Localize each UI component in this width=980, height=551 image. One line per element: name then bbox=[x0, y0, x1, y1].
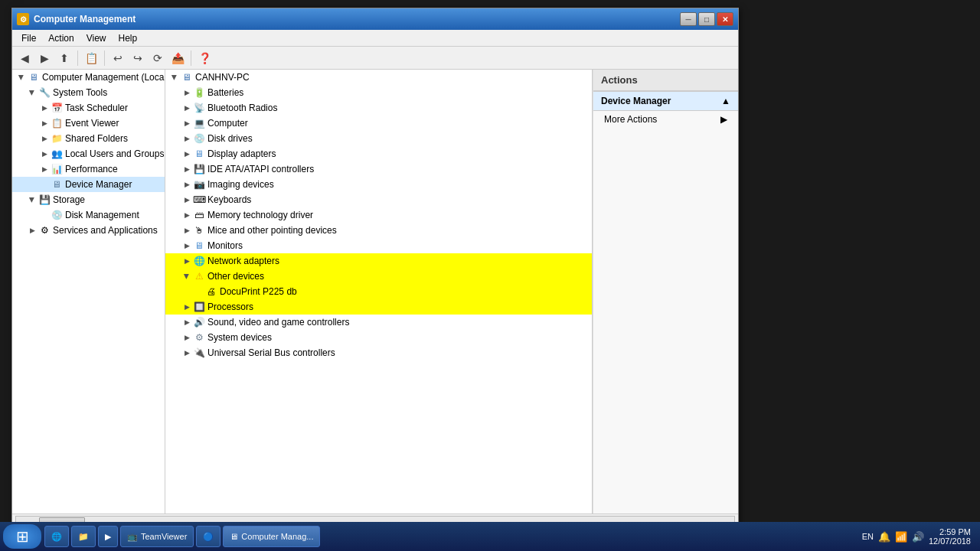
more-actions-label: More Actions bbox=[604, 114, 657, 125]
middle-display[interactable]: ▶ 🖥 Display adapters bbox=[165, 146, 592, 161]
other-devices-icon: ⚠ bbox=[193, 270, 205, 282]
taskbar-computer-mgmt[interactable]: 🖥 Computer Manag... bbox=[223, 526, 320, 547]
tree-root[interactable]: ▶ 🖥 Computer Management (Local) bbox=[12, 70, 165, 85]
undo-button[interactable]: ↩ bbox=[109, 49, 127, 67]
tree-performance[interactable]: ▶ 📊 Performance bbox=[12, 161, 165, 177]
locale-label: EN bbox=[862, 532, 874, 541]
middle-computer[interactable]: ▶ 💻 Computer bbox=[165, 116, 592, 131]
middle-sound[interactable]: ▶ 🔊 Sound, video and game controllers bbox=[165, 315, 592, 330]
services-icon: ⚙ bbox=[38, 224, 51, 236]
middle-imaging[interactable]: ▶ 📷 Imaging devices bbox=[165, 177, 592, 192]
taskbar-chrome[interactable]: 🔵 bbox=[196, 526, 220, 547]
taskbar-media[interactable]: ▶ bbox=[98, 526, 118, 547]
middle-system-devices[interactable]: ▶ ⚙ System devices bbox=[165, 330, 592, 345]
other-devices-label: Other devices bbox=[207, 271, 264, 282]
network-expand: ▶ bbox=[181, 255, 193, 267]
computer-icon: 💻 bbox=[193, 117, 205, 129]
taskbar-teamviewer[interactable]: 📺 TeamViewer bbox=[120, 526, 194, 547]
system-devices-icon: ⚙ bbox=[193, 331, 205, 344]
taskbar-explorer[interactable]: 📁 bbox=[71, 526, 96, 547]
middle-keyboards[interactable]: ▶ ⌨ Keyboards bbox=[165, 192, 592, 207]
tree-device-manager[interactable]: 🖥 Device Manager bbox=[12, 177, 165, 192]
taskbar: ⊞ 🌐 📁 ▶ 📺 TeamViewer 🔵 🖥 Computer Manag.… bbox=[0, 522, 980, 551]
forward-button[interactable]: ▶ bbox=[35, 49, 54, 67]
task-scheduler-label: Task Scheduler bbox=[65, 103, 128, 113]
middle-monitors[interactable]: ▶ 🖥 Monitors bbox=[165, 238, 592, 253]
tree-task-scheduler[interactable]: ▶ 📅 Task Scheduler bbox=[12, 100, 165, 116]
tree-local-users[interactable]: ▶ 👥 Local Users and Groups bbox=[12, 146, 165, 161]
batteries-label: Batteries bbox=[207, 87, 243, 98]
tree-disk-management[interactable]: 💿 Disk Management bbox=[12, 207, 165, 223]
explorer-icon: 📁 bbox=[78, 532, 89, 542]
computer-mgmt-label: Computer Manag... bbox=[241, 532, 313, 541]
start-button[interactable]: ⊞ bbox=[3, 524, 41, 549]
menu-file[interactable]: File bbox=[15, 31, 42, 45]
close-button[interactable]: ✕ bbox=[717, 12, 733, 26]
middle-pane: ▶ 🖥 CANHNV-PC ▶ 🔋 Batteries ▶ 📡 Bluetoot… bbox=[165, 70, 593, 514]
middle-memory[interactable]: ▶ 🗃 Memory technology driver bbox=[165, 207, 592, 223]
middle-docuprint[interactable]: 🖨 DocuPrint P225 db bbox=[165, 284, 592, 299]
menu-view[interactable]: View bbox=[80, 31, 113, 45]
disk-management-icon: 💿 bbox=[51, 209, 63, 221]
actions-more-actions[interactable]: More Actions ▶ bbox=[593, 111, 738, 128]
toolbar-sep-2 bbox=[104, 51, 105, 66]
menu-action[interactable]: Action bbox=[42, 31, 80, 45]
sound-icon: 🔊 bbox=[193, 316, 205, 328]
refresh-button[interactable]: ⟳ bbox=[149, 49, 167, 67]
monitors-label: Monitors bbox=[207, 240, 243, 251]
back-button[interactable]: ◀ bbox=[15, 49, 34, 67]
monitors-icon: 🖥 bbox=[193, 240, 205, 252]
performance-expand: ▶ bbox=[38, 163, 51, 175]
middle-usb[interactable]: ▶ 🔌 Universal Serial Bus controllers bbox=[165, 345, 592, 360]
mice-label: Mice and other pointing devices bbox=[207, 225, 337, 236]
device-manager-label: Device Manager bbox=[65, 179, 132, 190]
tree-event-viewer[interactable]: ▶ 📋 Event Viewer bbox=[12, 116, 165, 131]
redo-button[interactable]: ↪ bbox=[129, 49, 147, 67]
more-actions-arrow: ▶ bbox=[720, 114, 727, 125]
tree-system-tools[interactable]: ▶ 🔧 System Tools bbox=[12, 85, 165, 100]
taskbar-ie[interactable]: 🌐 bbox=[44, 526, 69, 547]
ie-icon: 🌐 bbox=[51, 532, 62, 542]
system-tools-label: System Tools bbox=[53, 87, 107, 98]
middle-network[interactable]: ▶ 🌐 Network adapters bbox=[165, 253, 592, 269]
middle-processors[interactable]: ▶ 🔲 Processors bbox=[165, 299, 592, 315]
processors-expand: ▶ bbox=[181, 301, 193, 313]
display-label: Display adapters bbox=[207, 148, 276, 159]
device-manager-icon: 🖥 bbox=[51, 178, 63, 191]
middle-ide[interactable]: ▶ 💾 IDE ATA/ATAPI controllers bbox=[165, 161, 592, 177]
middle-bluetooth[interactable]: ▶ 📡 Bluetooth Radios bbox=[165, 100, 592, 116]
middle-mice[interactable]: ▶ 🖱 Mice and other pointing devices bbox=[165, 223, 592, 238]
middle-root[interactable]: ▶ 🖥 CANHNV-PC bbox=[165, 70, 592, 85]
usb-label: Universal Serial Bus controllers bbox=[207, 347, 335, 358]
actions-section-device-manager[interactable]: Device Manager ▲ bbox=[593, 92, 738, 111]
docuprint-icon: 🖨 bbox=[205, 285, 217, 298]
export-button[interactable]: 📤 bbox=[168, 49, 187, 67]
imaging-expand: ▶ bbox=[181, 178, 193, 191]
middle-disk-drives[interactable]: ▶ 💿 Disk drives bbox=[165, 131, 592, 146]
toolbar-sep-1 bbox=[77, 51, 78, 66]
chrome-icon: 🔵 bbox=[203, 532, 214, 542]
help-button[interactable]: ❓ bbox=[195, 49, 214, 67]
main-content: ▶ 🖥 Computer Management (Local) ▶ 🔧 Syst… bbox=[12, 70, 738, 514]
processors-label: Processors bbox=[207, 302, 253, 312]
tree-storage[interactable]: ▶ 💾 Storage bbox=[12, 192, 165, 207]
usb-expand: ▶ bbox=[181, 347, 193, 359]
middle-batteries[interactable]: ▶ 🔋 Batteries bbox=[165, 85, 592, 100]
disk-drives-expand: ▶ bbox=[181, 132, 193, 145]
menu-help[interactable]: Help bbox=[113, 31, 144, 45]
shared-folders-expand: ▶ bbox=[38, 132, 51, 145]
tree-services[interactable]: ▶ ⚙ Services and Applications bbox=[12, 223, 165, 238]
maximize-button[interactable]: □ bbox=[698, 12, 715, 26]
teamviewer-label: TeamViewer bbox=[141, 532, 187, 541]
mice-icon: 🖱 bbox=[193, 224, 205, 236]
up-button[interactable]: ⬆ bbox=[55, 49, 74, 67]
minimize-button[interactable]: ─ bbox=[680, 12, 697, 26]
network-label: Network adapters bbox=[207, 256, 279, 266]
middle-root-icon: 🖥 bbox=[181, 71, 193, 83]
root-icon: 🖥 bbox=[28, 71, 40, 83]
memory-icon: 🗃 bbox=[193, 209, 205, 221]
show-hide-button[interactable]: 📋 bbox=[82, 49, 100, 67]
tree-shared-folders[interactable]: ▶ 📁 Shared Folders bbox=[12, 131, 165, 146]
middle-other-devices[interactable]: ▶ ⚠ Other devices bbox=[165, 269, 592, 284]
notification-icon: 🔔 bbox=[878, 530, 890, 543]
